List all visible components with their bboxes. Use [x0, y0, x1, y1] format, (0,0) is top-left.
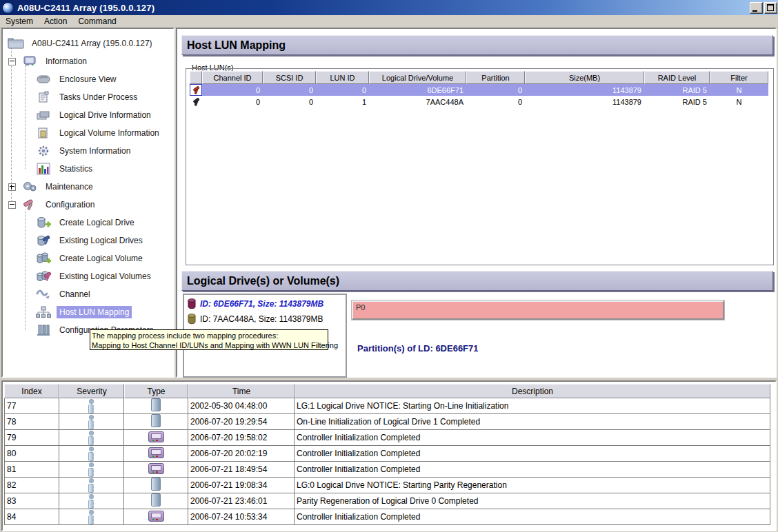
cell-index: 79	[4, 430, 59, 446]
title-bar[interactable]: A08U-C2411 Array (195.0.0.127)	[0, 0, 778, 15]
maintenance-icon	[21, 181, 39, 193]
column-header-index[interactable]: Index	[4, 384, 59, 398]
event-log-row[interactable]: 82 2006-07-21 19:08:34 LG:0 Logical Driv…	[4, 478, 770, 493]
sidebar-item-enclosure-view[interactable]: Enclosure View	[3, 70, 173, 88]
application-window: A08U-C2411 Array (195.0.0.127) System Ac…	[0, 0, 778, 532]
existing-logical-drives-icon	[34, 234, 52, 247]
partition-block-p0[interactable]: P0	[352, 300, 724, 320]
logical-drive-cylinder-icon	[187, 298, 197, 309]
configuration-icon	[21, 198, 39, 211]
event-log-row[interactable]: 81 2006-07-21 18:49:54 Controller Initia…	[4, 462, 770, 478]
sidebar-item-channel[interactable]: Channel	[3, 285, 173, 303]
column-header-description[interactable]: Description	[295, 384, 770, 398]
event-log-row[interactable]: 83 2006-07-21 23:46:01 Parity Regenerati…	[4, 493, 770, 509]
notification-severity-icon	[59, 462, 124, 478]
host-lun-table-header-row: Channel ID SCSI ID LUN ID Logical Drive/…	[190, 71, 768, 84]
mapping-tooltip: The mapping process include two mapping …	[90, 329, 328, 350]
sidebar-item-logical-drive-information[interactable]: Logical Drive Information	[3, 106, 173, 124]
section-title: Host LUN Mapping	[187, 39, 286, 51]
sidebar-item-system-information[interactable]: System Information	[3, 142, 173, 160]
sidebar-item-existing-logical-drives[interactable]: Existing Logical Drives	[3, 232, 173, 249]
sidebar-item-tasks-under-process[interactable]: Tasks Under Process	[3, 88, 173, 106]
tooltip-line-2: Mapping to Host Channel ID/LUNs and Mapp…	[92, 340, 326, 350]
event-log-row[interactable]: 78 2006-07-20 19:29:54 On-Line Initializ…	[4, 414, 770, 430]
column-header-partition[interactable]: Partition	[466, 71, 525, 84]
sidebar-item-label: Existing Logical Volumes	[57, 270, 154, 283]
column-header-severity[interactable]: Severity	[59, 384, 124, 398]
column-header-channel-id[interactable]: Channel ID	[202, 71, 263, 84]
cell-time: 2006-07-20 20:02:19	[188, 446, 295, 462]
column-header-raid-level[interactable]: RAID Level	[644, 71, 710, 84]
event-log-row[interactable]: 80 2006-07-20 20:02:19 Controller Initia…	[4, 446, 770, 462]
cell-filter: N	[710, 96, 768, 108]
menu-bar: System Action Command	[0, 15, 778, 28]
column-header-logical-drive-volume[interactable]: Logical Drive/Volume	[369, 71, 466, 84]
sidebar-item-statistics[interactable]: Statistics	[3, 160, 173, 178]
menu-action[interactable]: Action	[39, 16, 72, 27]
channel-icon	[34, 288, 52, 300]
cell-index: 78	[4, 414, 59, 430]
sidebar-item-label: Channel	[57, 288, 93, 300]
host-lun-row[interactable]: 0 0 1 7AAC448A 0 1143879 RAID 5 N	[190, 96, 768, 108]
column-header-filter[interactable]: Filter	[710, 71, 768, 84]
logical-drive-label: ID: 7AAC448A, Size: 1143879MB	[200, 314, 323, 324]
column-header-type[interactable]: Type	[124, 384, 188, 398]
sidebar-item-host-lun-mapping[interactable]: Host LUN Mapping	[3, 303, 173, 321]
lun-map-icon	[190, 84, 202, 96]
logical-drive-list-item[interactable]: ID: 6DE66F71, Size: 1143879MB	[187, 298, 323, 309]
cell-index: 77	[4, 398, 59, 414]
expand-toggle-icon[interactable]	[8, 183, 16, 191]
host-lun-mapping-section-header: Host LUN Mapping	[181, 35, 773, 55]
column-header-time[interactable]: Time	[188, 384, 295, 398]
notification-severity-icon	[59, 509, 124, 525]
cell-index: 81	[4, 462, 59, 478]
minimize-button[interactable]	[750, 2, 763, 14]
cell-logical-drive: 7AAC448A	[369, 96, 466, 108]
event-type-icon	[124, 493, 188, 509]
icon-column-header[interactable]	[190, 71, 202, 84]
sidebar-item-configuration[interactable]: Configuration	[3, 196, 173, 214]
cell-description: Parity Regeneration of Logical Drive 0 C…	[295, 493, 770, 509]
existing-logical-volumes-icon	[34, 270, 52, 283]
column-header-scsi-id[interactable]: SCSI ID	[263, 71, 316, 84]
event-log-row[interactable]: 84 2006-07-24 10:53:34 Controller Initia…	[4, 509, 770, 525]
logical-drive-information-icon	[34, 109, 52, 121]
logical-drives-section-header: Logical Drive(s) or Volume(s)	[181, 271, 773, 291]
create-logical-drive-icon	[34, 216, 52, 229]
event-type-icon	[124, 398, 188, 414]
sidebar-item-logical-volume-information[interactable]: Logical Volume Information	[3, 124, 173, 142]
cell-index: 82	[4, 478, 59, 493]
column-header-size-mb[interactable]: Size(MB)	[525, 71, 644, 84]
sidebar-item-create-logical-drive[interactable]: Create Logical Drive	[3, 214, 173, 232]
notification-severity-icon	[59, 493, 124, 509]
application-icon	[2, 2, 14, 14]
cell-description: LG:0 Logical Drive NOTICE: Starting Pari…	[295, 478, 770, 493]
maximize-button[interactable]	[764, 2, 777, 14]
sidebar-item-label: Information	[43, 55, 90, 68]
sidebar-item-label: Existing Logical Drives	[57, 234, 146, 247]
logical-drive-list-item[interactable]: ID: 7AAC448A, Size: 1143879MB	[187, 314, 323, 325]
cell-time: 2006-07-20 19:29:54	[188, 414, 295, 430]
system-information-icon	[34, 145, 52, 157]
window-title: A08U-C2411 Array (195.0.0.127)	[17, 3, 154, 13]
sidebar-item-information[interactable]: Information	[3, 52, 173, 70]
sidebar-item-existing-logical-volumes[interactable]: Existing Logical Volumes	[3, 267, 173, 285]
cell-filter: N	[710, 84, 768, 96]
host-lun-row[interactable]: 0 0 0 6DE66F71 0 1143879 RAID 5 N	[190, 84, 768, 96]
collapse-toggle-icon[interactable]	[8, 201, 16, 209]
event-type-icon	[124, 462, 188, 478]
cell-logical-drive: 6DE66F71	[369, 84, 466, 96]
sidebar-item-array-root[interactable]: A08U-C2411 Array (195.0.0.127)	[3, 34, 173, 52]
host-lun-table: Channel ID SCSI ID LUN ID Logical Drive/…	[190, 71, 768, 108]
collapse-toggle-icon[interactable]	[8, 58, 16, 65]
cell-index: 80	[4, 446, 59, 462]
menu-system[interactable]: System	[0, 16, 39, 27]
event-log-row[interactable]: 79 2006-07-20 19:58:02 Controller Initia…	[4, 430, 770, 446]
menu-command[interactable]: Command	[72, 16, 121, 27]
sidebar-item-create-logical-volume[interactable]: Create Logical Volume	[3, 249, 173, 267]
navigation-tree: A08U-C2411 Array (195.0.0.127) Informati…	[3, 29, 173, 376]
sidebar-item-maintenance[interactable]: Maintenance	[3, 178, 173, 196]
column-header-lun-id[interactable]: LUN ID	[316, 71, 369, 84]
cell-index: 84	[4, 509, 59, 525]
event-log-row[interactable]: 77 2002-05-30 04:48:00 LG:1 Logical Driv…	[4, 398, 770, 414]
